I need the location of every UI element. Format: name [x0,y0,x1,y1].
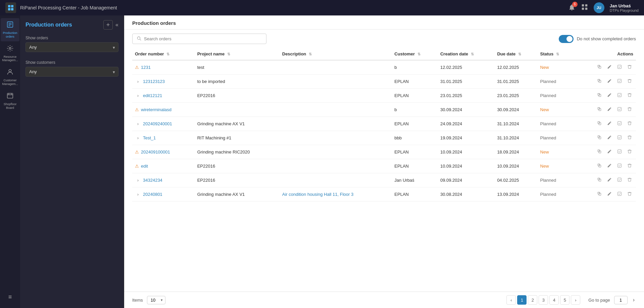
delete-button[interactable] [626,163,633,170]
complete-button[interactable] [616,64,623,71]
copy-button[interactable] [596,191,603,198]
actions-cell [573,159,636,173]
prev-page-button[interactable]: ‹ [506,295,516,305]
status-cell: Planned [538,89,573,103]
order-link[interactable]: Test_1 [143,135,156,140]
col-due-date[interactable]: Due date ⇅ [494,48,537,60]
svg-point-13 [9,70,11,72]
edit-button[interactable] [606,106,613,113]
order-link[interactable]: 202409240001 [143,121,172,126]
page-2-button[interactable]: 2 [528,295,537,305]
page-3-button[interactable]: 3 [539,295,548,305]
notification-button[interactable]: 6 [568,4,576,12]
goto-page-input[interactable] [614,296,628,304]
complete-button[interactable] [616,78,623,85]
complete-button[interactable] [616,177,623,184]
next-page-button[interactable]: › [571,295,580,305]
search-input[interactable] [144,36,262,41]
edit-button[interactable] [606,163,613,170]
pagination-nav: ‹ 1 2 3 4 5 › [506,295,580,305]
complete-button[interactable] [616,148,623,156]
delete-button[interactable] [626,64,633,71]
edit-button[interactable] [606,78,613,85]
items-per-page-select[interactable]: 10 25 50 [147,296,165,304]
sidebar-item-production-orders[interactable]: Production orders [1,18,19,41]
order-link[interactable]: 20240801 [143,192,162,197]
delete-button[interactable] [626,106,633,113]
edit-button[interactable] [606,191,613,198]
delete-button[interactable] [626,148,633,156]
delete-button[interactable] [626,120,633,127]
edit-button[interactable] [606,134,613,141]
copy-button[interactable] [596,163,603,170]
col-order-number[interactable]: Order number ⇅ [132,48,195,60]
edit-button[interactable] [606,148,613,156]
status-cell: New [538,60,573,75]
order-link[interactable]: edit [141,164,148,169]
expand-button[interactable]: › [135,191,141,197]
show-orders-select[interactable]: Any [26,42,118,52]
table-row: ⚠202409100001Grinding machine RIC2020EPL… [132,145,636,159]
order-link[interactable]: wireterminalasd [141,107,171,112]
expand-button[interactable]: › [135,121,141,127]
order-link[interactable]: 202409100001 [141,149,170,155]
sidebar-item-shopfloor-board[interactable]: Shopfloor Board [1,89,19,113]
toggle-completed-orders[interactable] [559,35,574,43]
col-creation-date[interactable]: Creation date ⇅ [438,48,494,60]
order-link[interactable]: 123123123 [143,79,165,84]
col-status[interactable]: Status ⇅ [538,48,573,60]
order-link[interactable]: 34324234 [143,178,162,183]
table-row: ›20240801Grinding machine AX V1Air condi… [132,187,636,202]
copy-button[interactable] [596,64,603,71]
expand-button[interactable]: › [135,177,141,183]
copy-button[interactable] [596,148,603,156]
copy-button[interactable] [596,177,603,184]
edit-button[interactable] [606,92,613,99]
due-date-cell: 18.09.2024 [494,145,537,159]
expand-button[interactable]: › [135,93,141,99]
copy-button[interactable] [596,120,603,127]
col-customer[interactable]: Customer ⇅ [392,48,438,60]
actions-cell [573,103,636,117]
complete-button[interactable] [616,120,623,127]
complete-button[interactable] [616,134,623,141]
due-date-cell: 31.10.2024 [494,117,537,131]
delete-button[interactable] [626,92,633,99]
complete-button[interactable] [616,92,623,99]
expand-button[interactable]: › [135,135,141,141]
edit-button[interactable] [606,64,613,71]
edit-button[interactable] [606,120,613,127]
add-order-button[interactable]: + [103,20,113,30]
complete-button[interactable] [616,191,623,198]
sidebar-item-customer-management[interactable]: Customer Managem... [1,65,19,89]
sidebar-item-resource-management[interactable]: Resource Managem... [1,42,19,65]
svg-rect-14 [7,93,13,98]
col-description[interactable]: Description ⇅ [280,48,392,60]
copy-button[interactable] [596,78,603,85]
delete-button[interactable] [626,177,633,184]
page-1-button[interactable]: 1 [517,295,527,305]
complete-button[interactable] [616,106,623,113]
grid-view-icon[interactable] [581,3,588,12]
page-4-button[interactable]: 4 [549,295,559,305]
order-link[interactable]: edit12121 [143,93,162,98]
col-project-name[interactable]: Project name ⇅ [195,48,280,60]
delete-button[interactable] [626,191,633,198]
goto-arrow-button[interactable]: › [632,297,636,303]
collapse-panel-button[interactable]: « [115,22,118,28]
creation-date-cell: 09.09.2024 [438,173,494,187]
edit-button[interactable] [606,177,613,184]
show-customers-select[interactable]: Any [26,67,118,77]
col-actions: Actions [573,48,636,60]
delete-button[interactable] [626,134,633,141]
svg-rect-6 [582,7,584,9]
complete-button[interactable] [616,163,623,170]
delete-button[interactable] [626,78,633,85]
copy-button[interactable] [596,106,603,113]
order-link[interactable]: 1231 [141,65,151,70]
expand-button[interactable]: › [135,79,141,85]
page-5-button[interactable]: 5 [560,295,569,305]
copy-button[interactable] [596,134,603,141]
copy-button[interactable] [596,92,603,99]
sidebar-menu-button[interactable]: ≡ [1,291,19,303]
